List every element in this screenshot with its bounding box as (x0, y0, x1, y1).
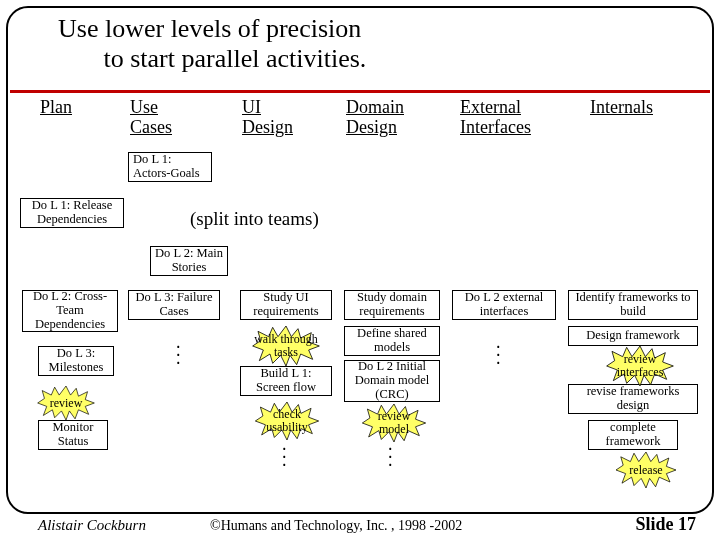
burst-label: check usability (266, 408, 307, 433)
burst-label: walk through tasks (254, 333, 318, 358)
burst-review-plan: review (30, 386, 102, 420)
burst-label: review model (378, 410, 411, 435)
vdots-1: ... (176, 338, 181, 362)
col-usecases: Use Cases (130, 98, 172, 138)
slide-number: Slide 17 (635, 514, 696, 535)
vdots-3: ... (282, 440, 287, 464)
burst-label: review (50, 397, 83, 410)
burst-label: release (629, 464, 662, 477)
footer: Alistair Cockburn ©Humans and Technology… (0, 515, 720, 537)
burst-check-usability: check usability (242, 402, 332, 440)
box-main-stories: Do L 2: Main Stories (150, 246, 228, 276)
col-internals: Internals (590, 98, 653, 118)
burst-review-model: review model (350, 404, 438, 442)
box-complete-fw: complete framework (588, 420, 678, 450)
vdots-2: ... (496, 338, 501, 362)
burst-walk-tasks: walk through tasks (238, 326, 334, 366)
box-domain-crc: Do L 2 Initial Domain model (CRC) (344, 360, 440, 402)
box-cross-team: Do L 2: Cross-Team Dependencies (22, 290, 118, 332)
box-actors-goals: Do L 1: Actors-Goals (128, 152, 212, 182)
split-label: (split into teams) (190, 208, 319, 230)
box-revise-fw: revise frameworks design (568, 384, 698, 414)
box-l2-external: Do L 2 external interfaces (452, 290, 556, 320)
copyright: ©Humans and Technology, Inc. , 1998 -200… (210, 518, 462, 534)
vdots-4: ... (388, 440, 393, 464)
author: Alistair Cockburn (38, 517, 146, 534)
box-failure-cases: Do L 3: Failure Cases (128, 290, 220, 320)
box-study-domain: Study domain requirements (344, 290, 440, 320)
box-define-shared: Define shared models (344, 326, 440, 356)
burst-review-interfaces: review interfaces (590, 346, 690, 386)
col-domain: Domain Design (346, 98, 404, 138)
divider (10, 90, 710, 93)
box-design-framework: Design framework (568, 326, 698, 346)
col-ui: UI Design (242, 98, 293, 138)
col-external: External Interfaces (460, 98, 531, 138)
slide-title: Use lower levels of precision to start p… (58, 14, 366, 74)
box-milestones: Do L 3: Milestones (38, 346, 114, 376)
box-monitor-status: Monitor Status (38, 420, 108, 450)
col-plan: Plan (40, 98, 72, 118)
box-screenflow: Build L 1: Screen flow (240, 366, 332, 396)
box-identify-frameworks: Identify frameworks to build (568, 290, 698, 320)
box-release-deps: Do L 1: Release Dependencies (20, 198, 124, 228)
box-study-ui: Study UI requirements (240, 290, 332, 320)
burst-release: release (604, 452, 688, 488)
burst-label: review interfaces (617, 353, 664, 378)
